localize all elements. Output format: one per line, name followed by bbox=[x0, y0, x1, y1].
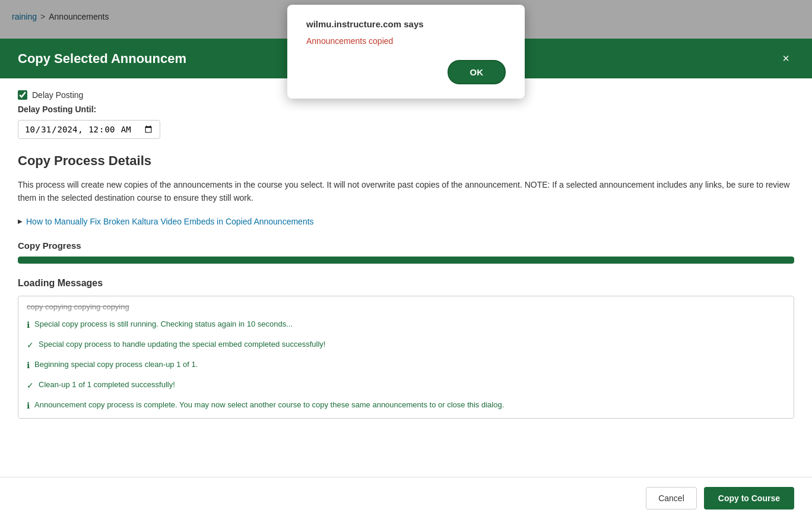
check-icon: ✓ bbox=[27, 379, 34, 392]
process-description: This process will create new copies of t… bbox=[18, 178, 794, 205]
info-icon: ℹ bbox=[27, 319, 30, 331]
copy-progress-title: Copy Progress bbox=[18, 240, 794, 251]
message-text: Special copy process to handle updating … bbox=[39, 338, 325, 350]
message-item: ✓Special copy process to handle updating… bbox=[27, 338, 785, 352]
delay-posting-label: Delay Posting bbox=[32, 90, 83, 100]
faded-message: copy copying copying copying bbox=[27, 302, 785, 311]
progress-bar-container bbox=[18, 257, 794, 264]
progress-bar-fill bbox=[18, 257, 794, 264]
modal-title: Copy Selected Announcem bbox=[18, 51, 186, 67]
alert-dialog: wilmu.instructure.com says Announcements… bbox=[287, 5, 525, 99]
message-text: Beginning special copy process clean-up … bbox=[34, 359, 198, 371]
message-item: ℹAnnouncement copy process is complete. … bbox=[27, 399, 785, 412]
delay-until-label: Delay Posting Until: bbox=[18, 105, 794, 114]
alert-domain: wilmu.instructure.com says bbox=[306, 19, 506, 29]
main-modal: Copy Selected Announcem × Delay Posting … bbox=[0, 39, 812, 519]
copy-process-title: Copy Process Details bbox=[18, 153, 794, 169]
collapsible-arrow-icon: ▶ bbox=[18, 218, 23, 224]
loading-messages-title: Loading Messages bbox=[18, 278, 794, 289]
info-icon: ℹ bbox=[27, 359, 30, 372]
message-item: ✓Clean-up 1 of 1 completed successfully! bbox=[27, 379, 785, 392]
modal-body: Delay Posting Delay Posting Until: Copy … bbox=[0, 78, 812, 477]
info-icon: ℹ bbox=[27, 400, 30, 412]
collapsible-link[interactable]: ▶ How to Manually Fix Broken Kaltura Vid… bbox=[18, 217, 794, 226]
check-icon: ✓ bbox=[27, 339, 34, 352]
copy-to-course-button[interactable]: Copy to Course bbox=[704, 487, 794, 509]
message-text: Announcement copy process is complete. Y… bbox=[34, 399, 504, 411]
message-text: Special copy process is still running. C… bbox=[34, 318, 293, 330]
delay-posting-checkbox[interactable] bbox=[18, 90, 27, 100]
message-text: Clean-up 1 of 1 completed successfully! bbox=[39, 379, 175, 391]
delay-date-input[interactable] bbox=[18, 120, 160, 139]
message-item: ℹBeginning special copy process clean-up… bbox=[27, 359, 785, 372]
messages-container[interactable]: copy copying copying copying ℹSpecial co… bbox=[18, 296, 794, 419]
alert-message: Announcements copied bbox=[306, 36, 506, 46]
modal-close-button[interactable]: × bbox=[778, 49, 794, 68]
messages-list: ℹSpecial copy process is still running. … bbox=[27, 318, 785, 412]
modal-footer: Cancel Copy to Course bbox=[0, 477, 812, 519]
alert-ok-button[interactable]: OK bbox=[448, 60, 506, 84]
message-item: ℹSpecial copy process is still running. … bbox=[27, 318, 785, 331]
collapsible-label: How to Manually Fix Broken Kaltura Video… bbox=[26, 217, 314, 226]
cancel-button[interactable]: Cancel bbox=[646, 487, 697, 509]
